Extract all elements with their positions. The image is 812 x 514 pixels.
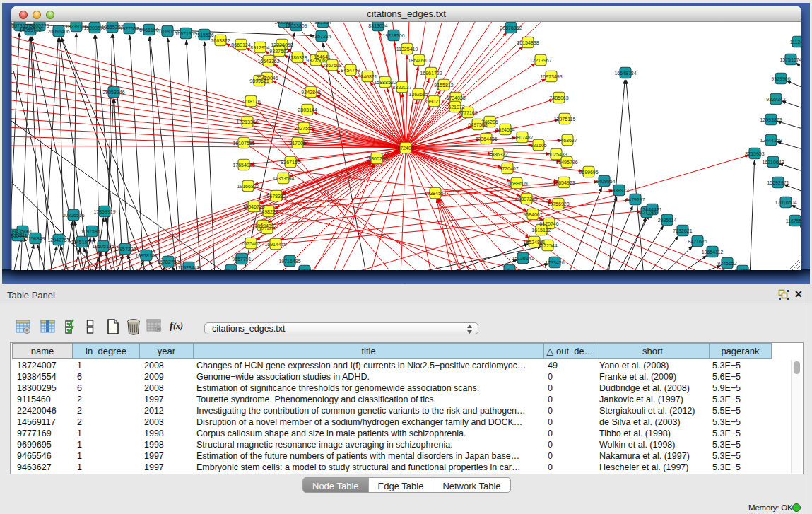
svg-text:13226058: 13226058 [271, 42, 293, 47]
svg-text:12942757: 12942757 [47, 238, 69, 243]
svg-text:621605: 621605 [530, 143, 546, 148]
svg-text:12505135: 12505135 [92, 244, 114, 249]
svg-text:1733426: 1733426 [545, 260, 564, 265]
svg-text:9146821: 9146821 [358, 74, 377, 79]
svg-text:6120746: 6120746 [539, 221, 558, 226]
svg-text:73812: 73812 [502, 268, 517, 270]
svg-text:7663822: 7663822 [211, 38, 230, 43]
svg-text:19166827: 19166827 [237, 184, 259, 189]
svg-text:15751074: 15751074 [779, 57, 801, 62]
svg-text:8915441: 8915441 [11, 233, 28, 238]
svg-text:10973493: 10973493 [540, 74, 562, 79]
svg-text:12923448: 12923448 [177, 265, 199, 270]
svg-text:16154838: 16154838 [517, 40, 539, 45]
svg-text:10688609: 10688609 [505, 181, 527, 186]
svg-text:127469: 127469 [259, 226, 275, 231]
svg-text:8678332: 8678332 [266, 194, 286, 199]
svg-text:154641: 154641 [314, 54, 330, 59]
svg-text:8427552: 8427552 [294, 126, 313, 131]
svg-text:15888520: 15888520 [374, 80, 396, 85]
svg-text:12093873: 12093873 [760, 117, 782, 122]
svg-text:20876862: 20876862 [500, 25, 522, 30]
svg-text:8267150: 8267150 [281, 160, 300, 165]
svg-text:7357224: 7357224 [312, 34, 331, 39]
svg-text:9463627: 9463627 [558, 138, 577, 143]
svg-text:8471626: 8471626 [688, 239, 707, 244]
svg-text:16648784: 16648784 [614, 71, 636, 76]
svg-text:84312: 84312 [298, 269, 312, 270]
svg-text:16961722: 16961722 [420, 71, 442, 76]
svg-text:12213369: 12213369 [236, 119, 258, 124]
svg-text:18640910: 18640910 [408, 58, 430, 63]
svg-text:1167551: 1167551 [786, 218, 801, 223]
svg-text:19654923: 19654923 [553, 180, 575, 185]
svg-text:6479197: 6479197 [625, 197, 645, 202]
svg-text:10025433: 10025433 [545, 152, 567, 157]
svg-text:18724007: 18724007 [394, 146, 416, 151]
svg-text:8990213: 8990213 [424, 99, 443, 104]
svg-text:29053346: 29053346 [102, 90, 124, 95]
svg-text:8322037: 8322037 [392, 85, 411, 90]
svg-text:20364436: 20364436 [475, 136, 497, 141]
svg-text:8186328: 8186328 [288, 55, 307, 60]
svg-text:9498222: 9498222 [259, 209, 278, 214]
svg-text:12213967: 12213967 [529, 58, 551, 63]
svg-text:881354: 881354 [314, 22, 331, 25]
svg-text:9699695: 9699695 [579, 170, 598, 175]
svg-text:7986322: 7986322 [488, 152, 507, 157]
svg-text:19756928: 19756928 [547, 201, 569, 206]
svg-text:16495796: 16495796 [555, 160, 577, 165]
svg-text:17359919: 17359919 [93, 209, 115, 214]
svg-text:8813054: 8813054 [368, 23, 387, 28]
svg-text:946358: 946358 [734, 269, 751, 270]
svg-text:16210643: 16210643 [762, 160, 784, 165]
svg-text:12975115: 12975115 [554, 117, 576, 122]
svg-text:18300295: 18300295 [365, 156, 387, 161]
svg-text:16914479: 16914479 [264, 242, 286, 247]
svg-text:98321: 98321 [224, 268, 238, 270]
svg-text:19218506: 19218506 [382, 33, 404, 38]
svg-text:2935114: 2935114 [658, 218, 677, 223]
svg-text:16107553: 16107553 [233, 141, 254, 146]
svg-text:2522544: 2522544 [538, 243, 557, 248]
svg-text:15136141: 15136141 [512, 256, 534, 261]
svg-text:11353594: 11353594 [273, 176, 295, 181]
svg-text:9605275: 9605275 [30, 23, 49, 28]
svg-text:9899621: 9899621 [249, 78, 269, 83]
svg-text:8215953: 8215953 [745, 151, 764, 156]
svg-text:1527602: 1527602 [119, 26, 139, 31]
svg-text:9329966: 9329966 [771, 76, 790, 81]
svg-text:18807249: 18807249 [515, 197, 537, 201]
svg-text:11325419: 11325419 [396, 47, 418, 52]
svg-text:17654923: 17654923 [233, 163, 254, 168]
svg-text:9227342: 9227342 [766, 97, 785, 102]
svg-text:2718176: 2718176 [241, 99, 260, 104]
svg-text:9155812: 9155812 [434, 83, 453, 88]
svg-text:19384554: 19384554 [424, 191, 446, 196]
svg-text:19716485: 19716485 [278, 259, 300, 264]
svg-text:1362615: 1362615 [408, 92, 428, 97]
svg-text:7485063: 7485063 [549, 95, 568, 100]
svg-text:9327503: 9327503 [269, 49, 288, 54]
svg-text:20206516: 20206516 [62, 213, 84, 218]
svg-text:11451944: 11451944 [71, 240, 93, 245]
svg-text:10975867: 10975867 [81, 229, 102, 234]
svg-text:8660124: 8660124 [231, 42, 250, 47]
svg-text:10958107: 10958107 [135, 253, 157, 258]
svg-text:14055712: 14055712 [19, 28, 41, 33]
svg-text:7515526: 7515526 [194, 33, 213, 37]
svg-text:111243: 111243 [790, 40, 801, 45]
svg-text:7444421: 7444421 [642, 207, 661, 212]
svg-text:8938923: 8938923 [609, 188, 628, 193]
svg-text:16409954: 16409954 [593, 179, 615, 184]
svg-text:12444159: 12444159 [760, 138, 782, 143]
svg-text:9242848: 9242848 [301, 90, 320, 95]
svg-text:16671355: 16671355 [175, 31, 196, 36]
svg-text:1156849: 1156849 [26, 236, 45, 241]
svg-text:7632621: 7632621 [673, 228, 692, 233]
svg-text:15720407: 15720407 [496, 166, 518, 171]
svg-text:10807487: 10807487 [511, 135, 533, 140]
svg-text:8454749: 8454749 [341, 68, 360, 73]
svg-text:9245652: 9245652 [717, 261, 736, 266]
svg-text:10046726: 10046726 [242, 204, 264, 209]
